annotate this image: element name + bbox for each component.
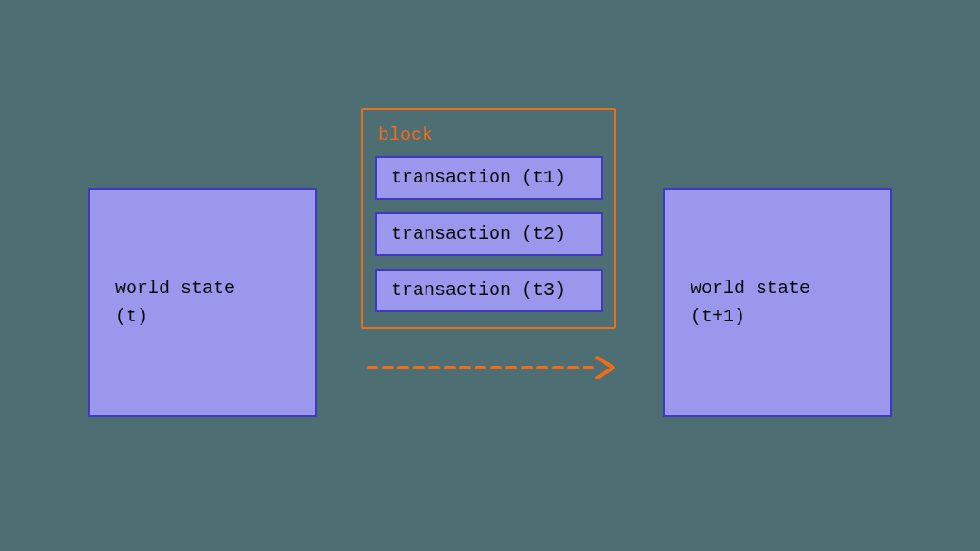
world-state-before-label: world state(t) [115,274,235,330]
block-title: block [378,124,603,145]
world-state-before: world state(t) [88,188,317,417]
world-state-after-label: world state(t+1) [691,274,810,330]
world-state-before-line2: (t) [115,306,148,327]
diagram-canvas: world state(t) block transaction (t1) tr… [0,0,980,551]
world-state-after: world state(t+1) [663,188,892,417]
transaction-item: transaction (t1) [375,156,603,200]
block-container: block transaction (t1) transaction (t2) … [361,108,616,329]
arrow-icon [365,352,619,383]
transaction-item: transaction (t3) [375,269,603,312]
transaction-list: transaction (t1) transaction (t2) transa… [375,156,603,312]
world-state-before-line1: world state [115,278,235,299]
world-state-after-line2: (t+1) [691,306,745,327]
transaction-item: transaction (t2) [375,212,603,256]
world-state-after-line1: world state [691,278,810,299]
